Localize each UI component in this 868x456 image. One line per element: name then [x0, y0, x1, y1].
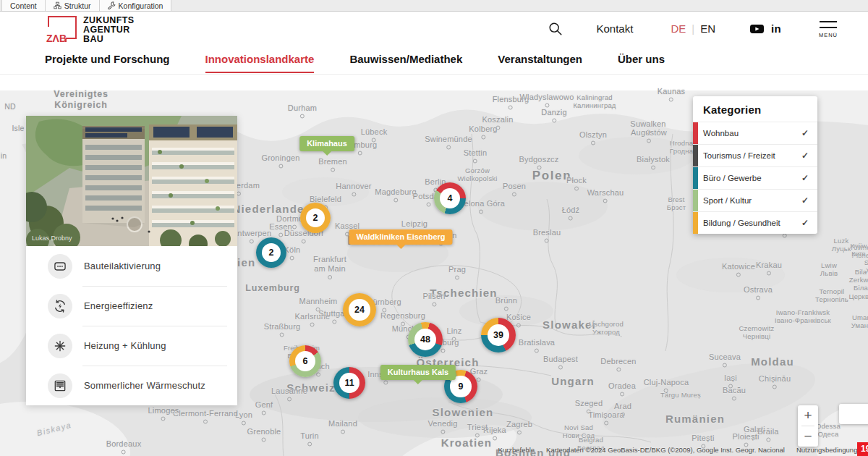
map-label: Stettin — [464, 148, 488, 164]
zoom-in-button[interactable]: + — [798, 405, 818, 426]
check-icon[interactable]: ✓ — [801, 128, 809, 138]
nav-item-über-uns[interactable]: Über uns — [618, 53, 665, 67]
innovation-map[interactable]: Vereinigtes KönigreichNiederlandeBelgien… — [0, 90, 868, 456]
nav-item-veranstaltungen[interactable]: Veranstaltungen — [498, 53, 582, 67]
admin-toolbar: ContentStrukturKonfiguration — [0, 0, 868, 12]
cluster-count: 2 — [262, 243, 281, 263]
map-label: Uschgorod Ужгород — [589, 320, 624, 336]
check-icon[interactable]: ✓ — [801, 218, 809, 228]
youtube-icon[interactable] — [750, 24, 764, 34]
cluster-marker[interactable]: 4 — [434, 182, 466, 214]
nav-item-bauwissen-mediathek[interactable]: Bauwissen/Mediathek — [349, 53, 462, 67]
category-tourismus-freizeit[interactable]: Tourismus / Freizeit✓ — [693, 144, 817, 166]
map-label: Debrecen — [600, 357, 636, 372]
map-label: ND — [4, 102, 16, 111]
menu-label: MENÜ — [819, 32, 838, 38]
category-bildung-gesundheit[interactable]: Bildung / Gesundheit✓ — [693, 211, 817, 234]
category-label: Wohnbau — [703, 129, 739, 138]
category-list: Wohnbau✓Tourismus / Freizeit✓Büro / Gewe… — [693, 122, 817, 234]
check-icon[interactable]: ✓ — [801, 173, 809, 183]
category-sport-kultur[interactable]: Sport / Kultur✓ — [693, 189, 817, 211]
admin-tab-content[interactable]: Content — [1, 0, 46, 11]
map-label: Limoges — [148, 406, 179, 421]
map-label: Danzig — [541, 108, 566, 123]
cluster-marker[interactable]: 11 — [333, 367, 365, 399]
map-label: Hrodna Гродна — [670, 139, 693, 155]
categories-title: Kategorien — [693, 96, 817, 122]
menu-button[interactable]: MENÜ — [819, 19, 838, 38]
category-color-bar — [693, 212, 698, 234]
map-label: Slowenien — [433, 406, 494, 419]
zoom-out-button[interactable]: − — [798, 426, 818, 447]
linkedin-icon[interactable]: in — [771, 22, 781, 35]
map-label: Luzk Луцьк — [832, 237, 851, 253]
map-label: Bila Zerkwa Біла Церква — [848, 268, 868, 300]
project-tooltip-kulturhaus-kals[interactable]: Kulturhaus Kals — [380, 365, 456, 380]
map-label: Târgu Mureș — [660, 391, 701, 399]
check-icon[interactable]: ✓ — [801, 151, 809, 161]
project-tooltip-waldkliniken-eisenberg[interactable]: Waldkliniken Eisenberg — [349, 229, 452, 245]
map-label: Chișinău — [759, 374, 791, 389]
feature-label: Heizung + Kühlung — [84, 340, 166, 351]
feature-heizung-kühlung[interactable]: Heizung + Kühlung — [26, 326, 237, 366]
map-label: Zagreb — [506, 420, 532, 435]
feature-label: Bauteilaktivierung — [84, 261, 161, 271]
categories-panel: Kategorien Wohnbau✓Tourismus / Freizeit✓… — [693, 96, 817, 234]
cluster-count: 2 — [306, 208, 326, 228]
map-label: Bremen — [318, 157, 347, 172]
map-label: Bydgoszcz — [519, 155, 559, 170]
cluster-marker[interactable]: 48 — [408, 322, 443, 357]
category-label: Bildung / Gesundheit — [703, 219, 780, 227]
terms-link[interactable]: Nutzungsbedingungen — [796, 446, 865, 454]
lang-de[interactable]: DE — [671, 22, 686, 35]
map-label: Białystok — [637, 155, 670, 170]
map-label: Budapest — [543, 355, 578, 370]
map-label: Czernowitz Чернівці — [739, 324, 775, 340]
cluster-marker[interactable]: 2 — [300, 203, 331, 233]
category-color-bar — [693, 122, 698, 144]
social-links: in — [750, 22, 781, 35]
keyboard-shortcuts-link[interactable]: Kurzbefehle — [498, 446, 535, 454]
category-büro-gewerbe[interactable]: Büro / Gewerbe✓ — [693, 166, 817, 189]
cluster-marker[interactable]: 6 — [289, 345, 321, 377]
blind-icon — [48, 373, 72, 398]
map-label: Durham — [288, 104, 317, 119]
cluster-marker[interactable]: 39 — [481, 318, 516, 352]
map-label: Rumänien — [665, 413, 725, 426]
nav-item-projekte-und-forschung[interactable]: Projekte und Forschung — [45, 53, 170, 67]
project-card[interactable]: Lukas Drobny BauteilaktivierungEnergieef… — [26, 116, 237, 405]
contact-link[interactable]: Kontakt — [597, 22, 634, 35]
map-label: Kolberg — [469, 124, 497, 140]
feature-energieeffizienz[interactable]: Energieeffizienz — [26, 286, 237, 326]
main-navigation: Projekte und ForschungInnovationslandkar… — [0, 46, 868, 75]
nav-item-innovationslandkarte[interactable]: Innovationslandkarte — [205, 53, 315, 67]
map-label: Lwiw Львів — [820, 261, 838, 277]
map-label: Płock — [566, 176, 587, 191]
map-label: Augustów — [631, 128, 667, 143]
check-icon[interactable]: ✓ — [801, 195, 809, 206]
cluster-marker[interactable]: 24 — [343, 293, 376, 326]
map-label: Iwano-Frankiwsk Івано-Франківськ — [775, 308, 831, 324]
map-control-partial[interactable] — [839, 404, 868, 424]
category-label: Büro / Gewerbe — [703, 174, 762, 182]
search-icon[interactable] — [548, 21, 563, 37]
language-switcher: DE | EN — [671, 22, 715, 35]
map-label: Kaliningrad Калининград — [573, 93, 616, 109]
map-label: Isle — [12, 124, 24, 132]
feature-sommerlicher-wärmeschutz[interactable]: Sommerlicher Wärmeschutz — [26, 366, 237, 405]
map-label: Moldau — [751, 355, 794, 368]
zab-logo-mark: ZΛB — [45, 13, 78, 43]
map-label: Wladyslawowo — [519, 93, 574, 108]
zab-logo[interactable]: ZΛB ZUKUNFTS AGENTUR BAU — [45, 13, 135, 44]
category-wohnbau[interactable]: Wohnbau✓ — [693, 122, 817, 144]
map-label: Cluj-Napoca — [644, 378, 689, 393]
feature-bauteilaktivierung[interactable]: Bauteilaktivierung — [26, 246, 237, 286]
admin-tab-konfiguration[interactable]: Konfiguration — [100, 0, 172, 11]
project-tooltip-klimahaus[interactable]: Klimahaus — [299, 136, 354, 151]
map-label: Olsztyn — [579, 130, 607, 145]
cluster-marker[interactable]: 2 — [256, 237, 286, 268]
map-label: Ostrava — [744, 285, 773, 300]
map-label: Köln — [284, 245, 301, 261]
admin-tab-struktur[interactable]: Struktur — [46, 0, 100, 11]
lang-en[interactable]: EN — [700, 22, 715, 35]
